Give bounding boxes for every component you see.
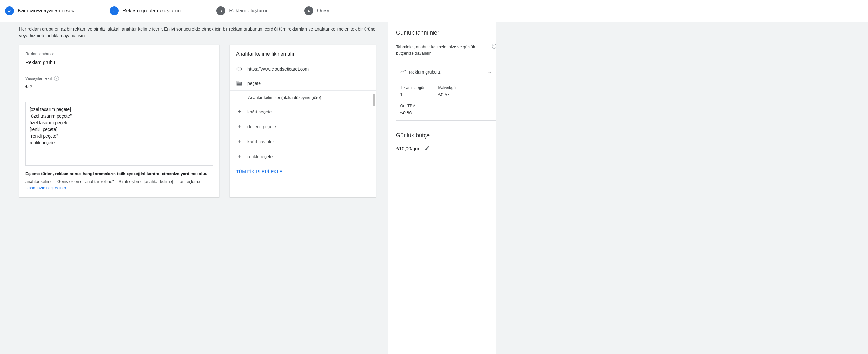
suggestion-row[interactable]: + desenli peçete <box>230 119 376 134</box>
suggestion-row[interactable]: + renkli peçete <box>230 149 376 164</box>
suggestion-text: kağıt havluluk <box>247 139 370 144</box>
cpc-value: ₺0,86 <box>400 110 492 115</box>
step-connector <box>79 11 105 11</box>
check-icon <box>5 6 14 15</box>
estimate-group-name: Reklam grubu 1 <box>409 70 440 75</box>
step-connector <box>186 11 211 11</box>
default-bid-label: Varsayılan teklif ? <box>26 76 213 81</box>
cost-label: Maliyet/gün <box>438 85 457 90</box>
clicks-value: 1 <box>400 92 425 97</box>
adgroup-name-label: Reklam grubu adı <box>26 52 213 56</box>
step-4-label: Onay <box>317 8 329 14</box>
plus-icon: + <box>236 108 242 115</box>
estimates-title: Günlük tahminler <box>396 30 496 36</box>
intro-text: Her reklam grubu en az bir reklam ve bir… <box>19 26 382 39</box>
suggestions-scroll-area[interactable]: Anahtar kelimeler (alaka düzeyine göre) … <box>230 91 376 164</box>
relevance-header: Anahtar kelimeler (alaka düzeyine göre) <box>230 91 376 104</box>
url-input-row[interactable]: https://www.cloudseticaret.com <box>230 62 376 76</box>
match-types-title: Eşleme türleri, reklamlarınızı hangi ara… <box>26 171 213 176</box>
suggestion-text: renkli peçete <box>247 154 370 159</box>
scrollbar-thumb[interactable] <box>373 94 375 106</box>
step-4[interactable]: 4 Onay <box>304 6 329 15</box>
clicks-label: Tıklamalar/gün <box>400 85 425 90</box>
step-2[interactable]: 2 Reklam grupları oluşturun <box>110 6 181 15</box>
step-3-number: 3 <box>216 6 225 15</box>
step-2-number: 2 <box>110 6 119 15</box>
cost-value: ₺0,57 <box>438 92 457 97</box>
url-input[interactable]: https://www.cloudseticaret.com <box>247 66 370 71</box>
daily-budget-title: Günlük bütçe <box>396 132 496 139</box>
estimates-description: Tahminler, anahtar kelimelerinize ve gün… <box>396 44 496 56</box>
keyword-ideas-title: Anahtar kelime fikirleri alın <box>230 45 376 62</box>
learn-more-link[interactable]: Daha fazla bilgi edinin <box>26 185 66 190</box>
cpc-label: Ort. TBM <box>400 104 415 108</box>
link-icon <box>236 66 242 72</box>
help-icon[interactable]: ? <box>492 44 496 48</box>
suggestion-row[interactable]: + kağıt peçete <box>230 104 376 119</box>
plus-icon: + <box>236 138 242 145</box>
estimate-group-toggle[interactable]: Reklam grubu 1 ︿ <box>396 64 496 80</box>
pencil-icon[interactable] <box>424 145 430 152</box>
default-bid-input[interactable]: ₺ 2 <box>26 84 64 92</box>
plus-icon: + <box>236 153 242 160</box>
adgroup-name-input[interactable]: Reklam grubu 1 <box>26 60 213 67</box>
match-types-examples: anahtar kelime = Geniş eşleme "anahtar k… <box>26 179 213 184</box>
product-input-row[interactable]: peçete <box>230 76 376 91</box>
step-1-label: Kampanya ayarlarını seç <box>18 8 74 14</box>
step-1[interactable]: Kampanya ayarlarını seç <box>5 6 74 15</box>
step-3[interactable]: 3 Reklam oluşturun <box>216 6 269 15</box>
daily-budget-value: ₺10,00/gün <box>396 146 421 151</box>
suggestion-text: desenli peçete <box>247 124 370 129</box>
step-4-number: 4 <box>304 6 313 15</box>
campaign-stepper: Kampanya ayarlarını seç 2 Reklam gruplar… <box>0 0 868 22</box>
clicks-metric: Tıklamalar/gün 1 <box>400 85 425 97</box>
estimates-sidebar: Günlük tahminler Tahminler, anahtar keli… <box>388 22 496 354</box>
step-2-label: Reklam grupları oluşturun <box>122 8 181 14</box>
keywords-textarea[interactable]: [özel tasarım peçete] "özel tasarım peçe… <box>26 102 213 166</box>
cost-metric: Maliyet/gün ₺0,57 <box>438 85 457 97</box>
suggestion-row[interactable]: + kağıt havluluk <box>230 134 376 149</box>
plus-icon: + <box>236 123 242 130</box>
product-input[interactable]: peçete <box>247 81 370 86</box>
trend-icon <box>400 69 406 75</box>
cpc-metric: Ort. TBM ₺0,86 <box>400 103 492 115</box>
chevron-up-icon: ︿ <box>488 69 492 75</box>
adgroup-card: Reklam grubu adı Reklam grubu 1 Varsayıl… <box>19 45 219 197</box>
building-icon <box>236 80 242 86</box>
keyword-ideas-card: Anahtar kelime fikirleri alın https://ww… <box>230 45 376 197</box>
help-icon[interactable]: ? <box>54 76 59 81</box>
suggestion-text: kağıt peçete <box>247 109 370 114</box>
step-connector <box>274 11 299 11</box>
estimate-group-body: Tıklamalar/gün 1 Maliyet/gün ₺0,57 Ort. … <box>396 80 496 121</box>
add-all-button[interactable]: TÜM FİKİRLERİ EKLE <box>230 164 376 179</box>
step-3-label: Reklam oluşturun <box>229 8 269 14</box>
